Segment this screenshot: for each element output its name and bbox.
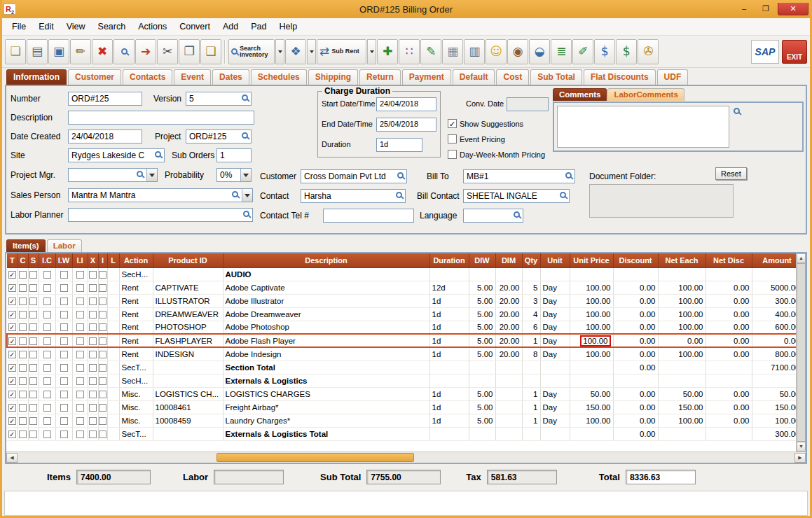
column-header-i[interactable]: I [98, 253, 107, 267]
row-checkbox[interactable] [60, 271, 68, 279]
row-checkbox[interactable] [89, 364, 97, 372]
key-icon[interactable]: ✇ [638, 39, 659, 64]
table-row[interactable]: ✓SecH...Externals & Logistics [7, 374, 796, 387]
column-header-diw[interactable]: DIW [469, 253, 495, 267]
sub-rent-dropdown[interactable] [367, 39, 376, 64]
tab-default[interactable]: Default [453, 69, 495, 85]
cut-icon[interactable]: ✂ [157, 39, 178, 64]
row-checkbox[interactable] [19, 417, 27, 425]
catalog-dropdown[interactable] [307, 39, 316, 64]
row-checkbox[interactable] [19, 364, 27, 372]
tab-dates[interactable]: Dates [212, 69, 249, 85]
new-file-icon[interactable]: ❏ [5, 39, 26, 64]
number-field[interactable]: ORD#125 [68, 92, 142, 106]
scroll-right-icon[interactable]: ▶ [794, 453, 806, 463]
customer-field[interactable]: Cross Domain Pvt Ltd [301, 169, 407, 183]
tab-cost[interactable]: Cost [496, 69, 529, 85]
row-checkbox[interactable] [29, 323, 37, 331]
row-checkbox[interactable]: ✓ [8, 364, 16, 372]
menu-item-edit[interactable]: Edit [33, 20, 60, 34]
table-row[interactable]: ✓RentCAPTIVATEAdobe Captivate12d5.0020.0… [7, 281, 796, 294]
save-icon[interactable]: ▣ [48, 39, 69, 64]
row-checkbox[interactable] [99, 271, 106, 279]
row-checkbox[interactable]: ✓ [8, 417, 16, 425]
tab-contacts[interactable]: Contacts [123, 69, 172, 85]
row-checkbox[interactable] [29, 298, 37, 305]
tab-schedules[interactable]: Schedules [251, 69, 307, 85]
row-checkbox[interactable] [76, 271, 84, 279]
table-row[interactable]: ✓SecT...Section Total0.007100.00 [7, 360, 796, 374]
search-icon[interactable] [243, 211, 249, 217]
menu-item-actions[interactable]: Actions [132, 20, 172, 34]
column-header-unit[interactable]: Unit [540, 253, 570, 267]
column-header-i-c[interactable]: I.C [39, 253, 55, 267]
column-header-x[interactable]: X [88, 253, 98, 267]
search-icon[interactable] [397, 172, 404, 178]
comments-box[interactable] [553, 102, 804, 152]
search-icon[interactable] [155, 151, 161, 158]
row-checkbox[interactable] [60, 364, 68, 372]
row-checkbox[interactable] [19, 377, 27, 385]
smiley-icon[interactable]: ☺ [486, 39, 507, 64]
table-row[interactable]: ✓Misc.LOGISTICS CH...LOGISTICS CHARGES1d… [7, 387, 796, 400]
scroll-up-icon[interactable]: ▲ [797, 253, 806, 263]
column-header-net-disc[interactable]: Net Disc [706, 253, 752, 267]
exit-button[interactable]: EXIT [782, 40, 807, 64]
row-checkbox[interactable] [76, 298, 84, 305]
row-checkbox[interactable] [89, 377, 97, 385]
row-checkbox[interactable] [60, 323, 68, 331]
checkbox-icon[interactable] [448, 150, 457, 159]
row-checkbox[interactable] [19, 311, 27, 318]
probability-combo[interactable]: 0% [216, 168, 252, 182]
row-checkbox[interactable] [76, 417, 84, 425]
export-icon[interactable]: ➔ [135, 39, 156, 64]
column-header-s[interactable]: S [28, 253, 39, 267]
row-checkbox[interactable] [29, 351, 37, 358]
add-item-icon[interactable]: ✚ [377, 39, 398, 64]
group-items-icon[interactable]: ∷ [399, 39, 420, 64]
row-checkbox[interactable]: ✓ [8, 311, 16, 318]
row-checkbox[interactable] [19, 391, 27, 398]
project-mgr-combo[interactable] [68, 168, 158, 182]
row-checkbox[interactable] [99, 430, 106, 438]
row-checkbox[interactable] [99, 404, 106, 412]
row-checkbox[interactable] [43, 417, 51, 425]
row-checkbox[interactable] [60, 404, 68, 412]
menu-item-pad[interactable]: Pad [245, 20, 272, 34]
row-checkbox[interactable] [76, 337, 84, 345]
row-checkbox[interactable] [89, 323, 97, 331]
row-checkbox[interactable]: ✓ [8, 351, 16, 358]
chevron-down-icon[interactable] [146, 169, 157, 181]
row-checkbox[interactable] [89, 271, 97, 279]
row-checkbox[interactable] [76, 323, 84, 331]
row-checkbox[interactable] [60, 298, 68, 305]
row-checkbox[interactable] [89, 284, 97, 292]
tab-labor[interactable]: Labor [47, 239, 82, 252]
minimize-button[interactable]: – [734, 3, 754, 15]
row-checkbox[interactable]: ✓ [8, 271, 16, 279]
edit-pencil-icon[interactable]: ✏ [70, 39, 91, 64]
dwm-pricing-checkbox[interactable]: Day-Week-Month Pricing [448, 150, 545, 159]
search-icon[interactable] [137, 171, 143, 177]
row-checkbox[interactable] [43, 404, 51, 412]
photo-icon[interactable]: ◉ [507, 39, 528, 64]
tab-comments[interactable]: Comments [553, 88, 607, 101]
checkbox-icon[interactable]: ✓ [448, 119, 457, 128]
books-icon[interactable]: ≣ [551, 39, 572, 64]
row-checkbox[interactable]: ✓ [8, 337, 16, 345]
table-row[interactable]: ✓Misc.10008459Laundry Charges*1d5.001Day… [7, 414, 796, 427]
row-checkbox[interactable] [60, 391, 68, 398]
row-checkbox[interactable]: ✓ [8, 377, 16, 385]
row-checkbox[interactable] [76, 284, 84, 292]
row-checkbox[interactable] [19, 298, 27, 305]
table-row[interactable]: ✓RentILLUSTRATORAdobe Illustrator1d5.002… [7, 294, 796, 307]
tab-items[interactable]: Item(s) [6, 239, 46, 252]
column-header-duration[interactable]: Duration [429, 253, 469, 267]
paste-icon[interactable]: ❑ [200, 39, 221, 64]
column-header-t[interactable]: T [7, 253, 18, 267]
tab-sub-total[interactable]: Sub Total [530, 69, 582, 85]
scroll-down-icon[interactable]: ▼ [797, 442, 806, 451]
search-icon[interactable] [242, 94, 248, 101]
sub-rent-button[interactable]: ⇄Sub Rent [317, 39, 366, 64]
column-header-qty[interactable]: Qty [522, 253, 540, 267]
